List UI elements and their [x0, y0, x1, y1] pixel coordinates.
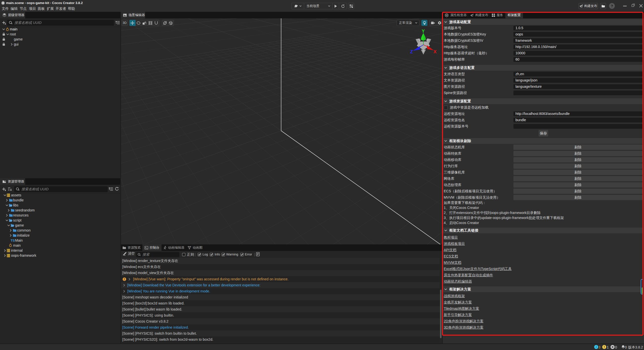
- svg-text:Y: Y: [422, 28, 425, 34]
- svg-text:Z: Z: [410, 49, 413, 54]
- svg-text:X: X: [433, 49, 437, 54]
